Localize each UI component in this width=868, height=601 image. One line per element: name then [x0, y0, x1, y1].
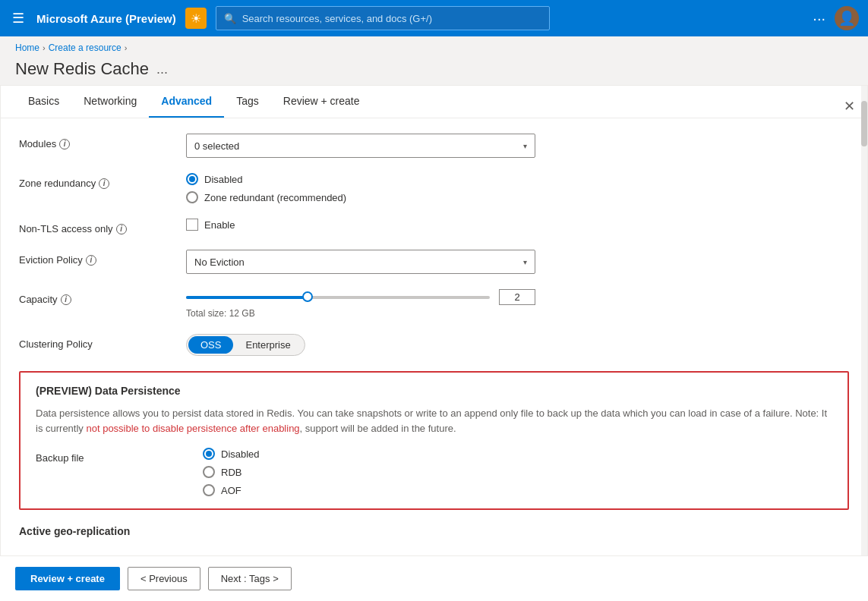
clustering-toggle: OSS Enterprise	[186, 334, 305, 356]
page-title: New Redis Cache	[15, 59, 149, 79]
data-persistence-title: (PREVIEW) Data Persistence	[36, 385, 832, 397]
tab-advanced[interactable]: Advanced	[149, 86, 224, 118]
tab-basics[interactable]: Basics	[16, 86, 71, 118]
capacity-slider-container: 2	[186, 289, 535, 305]
backup-file-group: Disabled RDB AOF	[203, 448, 832, 496]
scroll-thumb[interactable]	[861, 101, 867, 146]
non-tls-row: Non-TLS access only i Enable	[19, 219, 849, 234]
non-tls-checkbox[interactable]	[186, 219, 198, 231]
modules-chevron-icon: ▾	[523, 142, 527, 150]
modules-label: Modules i	[19, 134, 171, 149]
capacity-row: Capacity i 2 Total size: 12 GB	[19, 289, 849, 319]
tab-networking[interactable]: Networking	[71, 86, 149, 118]
tab-review-create[interactable]: Review + create	[271, 86, 372, 118]
eviction-dropdown[interactable]: No Eviction ▾	[186, 250, 535, 274]
zone-redundancy-group: Disabled Zone redundant (recommended)	[186, 173, 849, 203]
backup-aof-option[interactable]: AOF	[203, 484, 832, 496]
search-icon: 🔍	[224, 13, 236, 24]
tab-tags[interactable]: Tags	[224, 86, 271, 118]
capacity-slider-track[interactable]	[186, 296, 490, 299]
zone-redundant-radio[interactable]	[186, 191, 198, 203]
eviction-policy-row: Eviction Policy i No Eviction ▾	[19, 250, 849, 274]
modules-row: Modules i 0 selected ▾	[19, 134, 849, 158]
backup-rdb-radio[interactable]	[203, 466, 215, 478]
tab-bar: Basics Networking Advanced Tags Review +…	[1, 86, 867, 118]
hamburger-menu[interactable]: ☰	[9, 7, 27, 30]
zone-redundancy-info-icon[interactable]: i	[99, 178, 109, 189]
backup-aof-radio[interactable]	[203, 484, 215, 496]
clustering-policy-label: Clustering Policy	[19, 334, 171, 350]
clustering-policy-row: Clustering Policy OSS Enterprise	[19, 334, 849, 356]
zone-redundancy-row: Zone redundancy i Disabled Zone redundan…	[19, 173, 849, 203]
eviction-chevron-icon: ▾	[523, 258, 527, 266]
non-tls-control: Enable	[186, 219, 849, 231]
capacity-control: 2 Total size: 12 GB	[186, 289, 849, 319]
zone-redundancy-control: Disabled Zone redundant (recommended)	[186, 173, 849, 203]
breadcrumb-sep-1: ›	[43, 43, 46, 52]
clustering-enterprise-option[interactable]: Enterprise	[233, 336, 302, 354]
nav-more-button[interactable]: ···	[813, 10, 825, 27]
modules-dropdown[interactable]: 0 selected ▾	[186, 134, 535, 158]
breadcrumb: Home › Create a resource ›	[0, 36, 868, 56]
eviction-info-icon[interactable]: i	[86, 255, 96, 266]
backup-file-label: Backup file	[36, 448, 188, 464]
backup-disabled-option[interactable]: Disabled	[203, 448, 832, 460]
geo-replication-heading: Active geo-replication	[19, 525, 849, 543]
search-placeholder: Search resources, services, and docs (G+…	[242, 13, 432, 24]
review-create-button[interactable]: Review + create	[15, 567, 120, 590]
backup-rdb-option[interactable]: RDB	[203, 466, 832, 478]
zone-redundant-option[interactable]: Zone redundant (recommended)	[186, 191, 849, 203]
close-button[interactable]: ✕	[841, 95, 858, 118]
modules-value: 0 selected	[194, 140, 239, 152]
previous-button[interactable]: < Previous	[128, 567, 200, 590]
data-persistence-section: (PREVIEW) Data Persistence Data persiste…	[19, 371, 849, 510]
preview-desc-highlight: not possible to disable persistence afte…	[86, 423, 299, 434]
app-title: Microsoft Azure (Preview)	[36, 12, 176, 25]
content-wrapper: ✕ Basics Networking Advanced Tags Review…	[0, 85, 868, 559]
zone-redundancy-label: Zone redundancy i	[19, 173, 171, 189]
backup-disabled-radio[interactable]	[203, 448, 215, 460]
breadcrumb-home[interactable]: Home	[15, 42, 39, 53]
capacity-value[interactable]: 2	[499, 289, 535, 305]
backup-file-row: Backup file Disabled RDB	[36, 448, 832, 496]
data-persistence-description: Data persistence allows you to persist d…	[36, 406, 832, 436]
backup-file-control: Disabled RDB AOF	[203, 448, 832, 496]
non-tls-label: Non-TLS access only i	[19, 219, 171, 234]
page-menu-button[interactable]: ...	[156, 61, 168, 77]
app-icon: ☀	[185, 8, 207, 29]
nav-right: ··· 👤	[813, 6, 859, 30]
capacity-info-icon[interactable]: i	[61, 294, 71, 305]
clustering-control: OSS Enterprise	[186, 334, 849, 356]
modules-info-icon[interactable]: i	[59, 139, 70, 149]
scrollbar[interactable]	[861, 86, 867, 559]
capacity-slider-thumb[interactable]	[302, 291, 313, 302]
breadcrumb-sep-2: ›	[125, 43, 128, 52]
search-bar[interactable]: 🔍 Search resources, services, and docs (…	[216, 6, 550, 30]
breadcrumb-create[interactable]: Create a resource	[49, 42, 122, 53]
user-avatar[interactable]: 👤	[835, 6, 859, 30]
page-header: New Redis Cache ...	[0, 56, 868, 85]
preview-desc-2: , support will be added in the future.	[300, 423, 456, 434]
non-tls-checkbox-row[interactable]: Enable	[186, 219, 849, 231]
zone-disabled-radio[interactable]	[186, 173, 198, 185]
clustering-oss-option[interactable]: OSS	[188, 336, 233, 354]
eviction-policy-label: Eviction Policy i	[19, 250, 171, 266]
bottom-bar: Review + create < Previous Next : Tags >	[0, 555, 868, 601]
non-tls-info-icon[interactable]: i	[116, 224, 127, 234]
capacity-slider-fill	[186, 296, 308, 299]
eviction-value: No Eviction	[194, 256, 245, 268]
eviction-policy-control: No Eviction ▾	[186, 250, 849, 274]
next-button[interactable]: Next : Tags >	[208, 567, 292, 590]
top-navigation: ☰ Microsoft Azure (Preview) ☀ 🔍 Search r…	[0, 0, 868, 36]
form-area: Modules i 0 selected ▾ Zone redundancy i	[1, 118, 867, 559]
capacity-total: Total size: 12 GB	[186, 308, 849, 319]
modules-control: 0 selected ▾	[186, 134, 849, 158]
capacity-label: Capacity i	[19, 289, 171, 305]
zone-disabled-option[interactable]: Disabled	[186, 173, 849, 185]
